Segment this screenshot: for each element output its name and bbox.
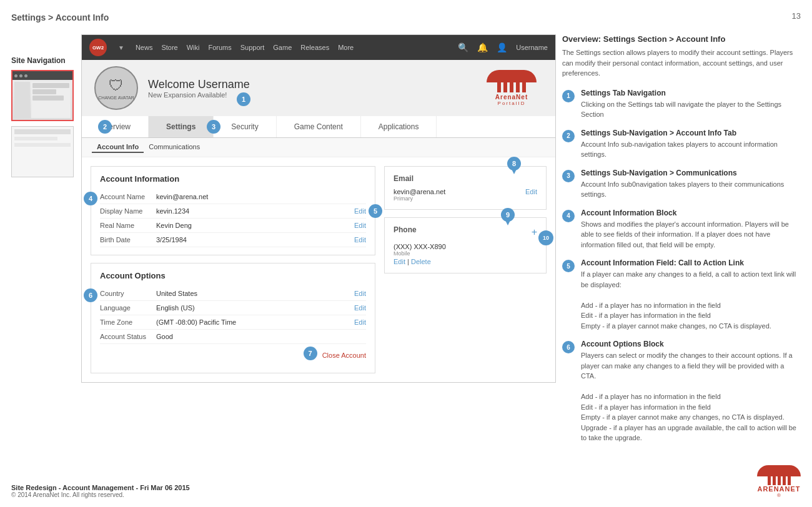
phone-unit: Mobile: [394, 250, 537, 257]
sub-sub-navigation: Account Info Communications: [82, 138, 555, 157]
marker-2: 2: [98, 120, 112, 134]
overview-title: Overview: Settings Section > Account Inf…: [562, 34, 800, 44]
user-icon[interactable]: 👤: [497, 42, 507, 52]
close-account-link[interactable]: Close Account: [322, 352, 366, 359]
right-panel: Overview: Settings Section > Account Inf…: [562, 34, 800, 452]
phone-title: Phone: [394, 225, 417, 234]
field-label-country: Country: [100, 290, 156, 297]
arenanet-hero-logo: ArenaNet PortalID: [487, 70, 537, 106]
annotation-6: 6 Account Options Block Players can sele…: [562, 340, 800, 443]
nav-links: News Store Wiki Forums Support Game Rele…: [136, 44, 354, 51]
annotation-title-3: Settings Sub-Navigation > Communications: [581, 169, 800, 177]
nav-support[interactable]: Support: [240, 44, 265, 51]
annotation-title-4: Account Information Block: [581, 209, 800, 217]
top-navigation: GW2 ▼ News Store Wiki Forums Support Gam…: [82, 35, 555, 60]
nav-store[interactable]: Store: [161, 44, 177, 51]
site-logo[interactable]: GW2: [89, 39, 107, 56]
page-number: 13: [792, 11, 801, 21]
footer-arenanet-logo: ARENANET ®: [757, 465, 801, 498]
breadcrumb: Settings > Account Info: [11, 12, 109, 22]
svg-text:9: 9: [506, 211, 510, 219]
svg-marker-4: [505, 219, 511, 225]
field-account-status: Account Status Good: [100, 330, 366, 344]
phone-actions: Edit | Delete: [394, 258, 537, 265]
field-value-real-name: Kevin Deng: [156, 222, 354, 229]
field-action-language[interactable]: Edit: [354, 304, 366, 312]
nav-wiki[interactable]: Wiki: [187, 44, 200, 51]
overview-text: The Settings section allows players to m…: [562, 47, 800, 79]
field-action-birth-date[interactable]: Edit: [354, 236, 366, 244]
email-block: Email Edit kevin@arena.net Primary 8: [384, 166, 547, 210]
tab-settings[interactable]: Settings: [149, 116, 214, 137]
account-options-block: Account Options Country United States Ed…: [91, 263, 375, 373]
annotation-text-1: Clicking on the Settings tab will naviga…: [581, 99, 800, 120]
nav-game[interactable]: Game: [273, 44, 292, 51]
main-content-area: GW2 ▼ News Store Wiki Forums Support Gam…: [81, 34, 556, 383]
annotation-text-6: Players can select or modify the changes…: [581, 350, 800, 443]
field-label-account-status: Account Status: [100, 333, 156, 340]
sections-area: Account Information Account Name kevin@a…: [82, 157, 555, 382]
portal-id-text: PortalID: [498, 101, 526, 106]
tab-game-content[interactable]: Game Content: [277, 116, 361, 137]
nav-icons: 🔍 🔔 👤 Username: [458, 42, 548, 52]
annotation-badge-3: 3: [562, 170, 575, 182]
annotation-title-5: Account Information Field: Call to Actio…: [581, 258, 800, 267]
annotation-badge-5: 5: [562, 260, 575, 272]
tab-overview[interactable]: Overview: [82, 116, 149, 137]
tab-security[interactable]: Security: [214, 116, 276, 137]
field-action-real-name[interactable]: Edit: [354, 222, 366, 229]
tab-applications[interactable]: Applications: [361, 116, 437, 137]
site-navigation-section: Site Navigation: [11, 56, 80, 177]
annotation-1: 1 Settings Tab Navigation Clicking on th…: [562, 89, 800, 120]
svg-text:8: 8: [512, 160, 516, 167]
phone-delete-link[interactable]: Delete: [411, 258, 431, 265]
email-edit-link[interactable]: Edit: [525, 188, 537, 195]
subnav-communications[interactable]: Communications: [144, 142, 205, 153]
annotation-text-4: Shows and modifies the player's account …: [581, 219, 800, 250]
field-label-language: Language: [100, 304, 156, 312]
marker-9-pin: 9: [501, 208, 515, 228]
site-nav-label: Site Navigation: [11, 56, 80, 65]
marker-8-pin: 8: [507, 157, 521, 177]
nav-news[interactable]: News: [136, 44, 153, 51]
annotation-title-1: Settings Tab Navigation: [581, 89, 800, 97]
nav-dropdown-arrow[interactable]: ▼: [118, 44, 124, 51]
phone-block: Phone + (XXX) XXX-X890 Mobile Edit | Del…: [384, 217, 547, 273]
annotation-badge-1: 1: [562, 90, 575, 102]
annotation-badge-4: 4: [562, 210, 575, 222]
phone-add-button[interactable]: +: [532, 227, 537, 238]
annotation-2: 2 Settings Sub-Navigation > Account Info…: [562, 129, 800, 160]
site-nav-page2: [11, 126, 74, 177]
field-country: Country United States Edit: [100, 287, 366, 301]
annotation-5: 5 Account Information Field: Call to Act…: [562, 258, 800, 331]
field-label-account-name: Account Name: [100, 193, 156, 200]
hero-info: Welcome Username New Expansion Available…: [148, 78, 250, 99]
nav-forums[interactable]: Forums: [209, 44, 232, 51]
bell-icon[interactable]: 🔔: [477, 42, 488, 52]
field-action-display-name[interactable]: Edit: [354, 207, 366, 215]
footer-copyright: © 2014 ArenaNet Inc. All rights reserved…: [11, 491, 190, 498]
field-value-country: United States: [156, 290, 354, 297]
marker-7: 7: [304, 347, 317, 360]
field-value-birth-date: 3/25/1984: [156, 236, 354, 244]
marker-5: 5: [369, 204, 382, 218]
field-value-account-name: kevin@arena.net: [156, 193, 366, 200]
field-action-country[interactable]: Edit: [354, 290, 366, 297]
site-nav-thumbnail[interactable]: [11, 70, 74, 121]
field-label-display-name: Display Name: [100, 207, 156, 215]
phone-edit-link[interactable]: Edit: [394, 258, 405, 265]
search-icon[interactable]: 🔍: [458, 42, 468, 52]
phone-value: (XXX) XXX-X890: [394, 243, 537, 250]
avatar-icon: 🛡: [109, 77, 124, 94]
nav-releases[interactable]: Releases: [300, 44, 329, 51]
field-action-timezone[interactable]: Edit: [354, 318, 366, 326]
avatar[interactable]: 🛡 CHANGE AVATAR: [94, 66, 138, 110]
nav-more[interactable]: More: [338, 44, 354, 51]
field-display-name: Display Name kevin.1234 Edit: [100, 204, 366, 219]
subnav-account-info[interactable]: Account Info: [92, 142, 144, 153]
field-label-birth-date: Birth Date: [100, 236, 156, 244]
svg-marker-1: [511, 168, 517, 174]
field-value-account-status: Good: [156, 333, 366, 340]
annotation-3: 3 Settings Sub-Navigation > Communicatio…: [562, 169, 800, 200]
hero-area: 🛡 CHANGE AVATAR Welcome Username New Exp…: [82, 60, 555, 116]
